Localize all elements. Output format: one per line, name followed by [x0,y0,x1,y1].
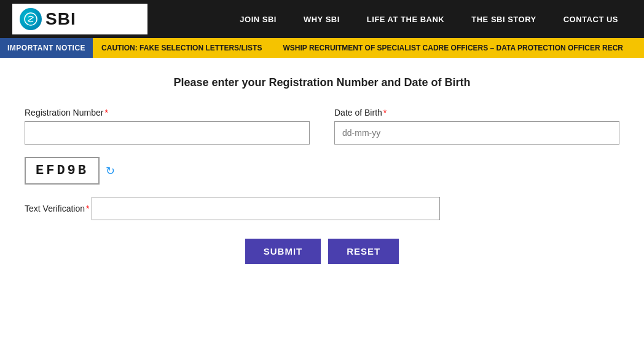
dob-group: Date of Birth* [334,108,619,145]
registration-label: Registration Number* [25,108,310,117]
dob-input[interactable] [334,121,619,145]
main-content: Please enter your Registration Number an… [0,58,644,282]
captcha-row: EFD9B ↻ [25,157,619,185]
text-verify-group: Text Verification* [25,197,619,220]
captcha-image: EFD9B [25,157,100,185]
dob-label: Date of Birth* [334,108,619,117]
nav-why-sbi[interactable]: WHY SBI [290,15,353,24]
text-verify-input[interactable] [92,197,440,220]
button-row: SUBMIT RESET [25,239,619,264]
reset-button[interactable]: RESET [328,239,399,264]
form-row-reg-dob: Registration Number* Date of Birth* [25,108,619,145]
nav-life-at-bank[interactable]: LIFE AT THE BANK [353,15,458,24]
header: SBI JOIN SBI WHY SBI LIFE AT THE BANK TH… [0,0,644,38]
notice-bar: IMPORTANT NOTICE CAUTION: FAKE SELECTION… [0,38,644,58]
submit-button[interactable]: SUBMIT [245,239,321,264]
notice-scroll-text: WSHIP RECRUITMENT OF SPECIALIST CADRE OF… [270,44,635,52]
registration-input[interactable] [25,121,310,145]
logo-icon [20,8,42,30]
logo-text: SBI [45,9,76,29]
nav-contact-us[interactable]: CONTACT US [550,15,632,24]
logo: SBI [12,4,147,34]
page-title: Please enter your Registration Number an… [25,76,619,89]
nav-sbi-story[interactable]: THE SBI STORY [458,15,549,24]
notice-label: IMPORTANT NOTICE [0,38,93,58]
text-verify-label: Text Verification* [25,204,92,213]
main-nav: JOIN SBI WHY SBI LIFE AT THE BANK THE SB… [147,15,632,24]
nav-join-sbi[interactable]: JOIN SBI [226,15,290,24]
notice-text: CAUTION: FAKE SELECTION LETTERS/LISTS [93,44,270,52]
refresh-captcha-icon[interactable]: ↻ [106,164,115,178]
registration-group: Registration Number* [25,108,310,145]
